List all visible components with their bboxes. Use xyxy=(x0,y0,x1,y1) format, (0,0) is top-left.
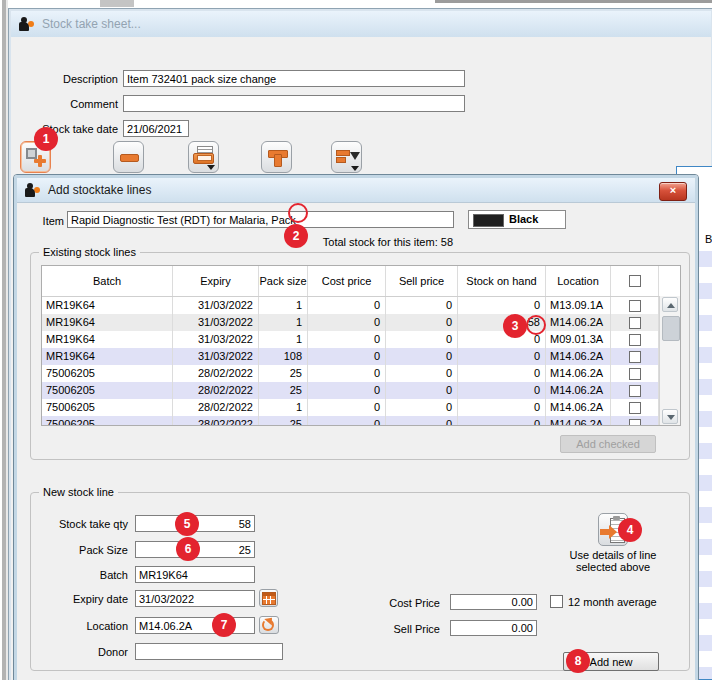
table-row[interactable]: MR19K64 31/03/2022 1 0 0 0 M13.09.1A xyxy=(42,297,659,314)
cell-pack-size: 25 xyxy=(259,382,308,399)
column-header-expiry[interactable]: Expiry xyxy=(173,266,259,296)
item-input[interactable] xyxy=(67,211,454,228)
table-row[interactable]: 75006205 28/02/2022 25 0 0 0 M14.06.2A xyxy=(42,416,659,425)
row-checkbox[interactable] xyxy=(629,385,641,397)
twelve-month-average-checkbox[interactable] xyxy=(550,595,563,608)
table-row[interactable]: 75006205 28/02/2022 25 0 0 0 M14.06.2A xyxy=(42,382,659,399)
dialog-title: Add stocktake lines xyxy=(48,183,151,197)
delete-icon xyxy=(120,154,139,162)
column-header-pack-size[interactable]: Pack size xyxy=(259,266,308,296)
cell-location: M14.06.2A xyxy=(546,382,611,399)
total-stock-text: Total stock for this item: 58 xyxy=(253,236,453,248)
cell-expiry: 28/02/2022 xyxy=(173,399,259,416)
comment-field[interactable] xyxy=(123,95,465,112)
row-checkbox[interactable] xyxy=(629,300,641,312)
cell-checkbox xyxy=(611,331,659,348)
cell-cost-price: 0 xyxy=(308,365,386,382)
expiry-date-field[interactable] xyxy=(135,590,255,607)
cost-price-field[interactable] xyxy=(450,594,537,610)
annotation-7: 7 xyxy=(212,613,236,637)
cell-expiry: 28/02/2022 xyxy=(173,416,259,425)
cell-location: M14.06.2A xyxy=(546,416,611,425)
cell-sell-price: 0 xyxy=(386,314,458,331)
cell-sell-price: 0 xyxy=(386,348,458,365)
table-header: Batch Expiry Pack size Cost price Sell p… xyxy=(42,266,680,297)
color-swatch xyxy=(473,214,504,227)
donor-label: Donor xyxy=(28,646,128,658)
table-row[interactable]: MR19K64 31/03/2022 1 0 0 0 M09.01.3A xyxy=(42,331,659,348)
window-title: Stock take sheet... xyxy=(42,17,141,31)
header-checkbox[interactable] xyxy=(629,275,641,287)
scroll-up-icon xyxy=(667,303,675,308)
cell-batch: MR19K64 xyxy=(42,348,173,365)
table-row[interactable]: 75006205 28/02/2022 1 0 0 0 M14.06.2A xyxy=(42,399,659,416)
color-selector[interactable]: Black xyxy=(468,210,566,229)
row-checkbox[interactable] xyxy=(629,368,641,380)
column-header-batch[interactable]: Batch xyxy=(42,266,173,296)
row-checkbox[interactable] xyxy=(629,419,641,426)
annotation-2: 2 xyxy=(284,224,308,248)
print-button[interactable] xyxy=(188,141,219,173)
column-header-sell-price[interactable]: Sell price xyxy=(386,266,458,296)
cell-sell-price: 0 xyxy=(386,416,458,425)
row-checkbox[interactable] xyxy=(629,351,641,363)
order-by-button[interactable] xyxy=(331,141,362,173)
cell-pack-size: 25 xyxy=(259,365,308,382)
add-checked-button[interactable]: Add checked xyxy=(560,435,656,453)
cell-batch: 75006205 xyxy=(42,416,173,425)
cell-checkbox xyxy=(611,399,659,416)
cell-cost-price: 0 xyxy=(308,348,386,365)
location-refresh-button[interactable] xyxy=(259,616,279,634)
stock-take-qty-label: Stock take qty xyxy=(28,518,128,530)
print-dropdown-icon xyxy=(207,165,215,170)
cell-checkbox xyxy=(611,314,659,331)
scroll-down-button[interactable] xyxy=(662,409,678,424)
cell-checkbox xyxy=(611,297,659,314)
create-inventory-adjustments-button[interactable] xyxy=(261,141,292,173)
cell-pack-size: 1 xyxy=(259,314,308,331)
new-stock-line-group: New stock line xyxy=(30,492,690,671)
table-row[interactable]: 75006205 28/02/2022 25 0 0 0 M14.06.2A xyxy=(42,365,659,382)
row-checkbox[interactable] xyxy=(629,334,641,346)
cell-sell-price: 0 xyxy=(386,331,458,348)
cell-location: M09.01.3A xyxy=(546,331,611,348)
row-checkbox[interactable] xyxy=(629,402,641,414)
donor-field[interactable] xyxy=(135,643,283,660)
stock-take-date-field[interactable] xyxy=(123,120,189,137)
row-checkbox[interactable] xyxy=(629,317,641,329)
cell-cost-price: 0 xyxy=(308,331,386,348)
description-field[interactable] xyxy=(123,70,465,87)
batch-field[interactable] xyxy=(135,566,255,583)
column-header-cost-price[interactable]: Cost price xyxy=(308,266,386,296)
stock-lines-body: MR19K64 31/03/2022 1 0 0 0 M13.09.1A MR1… xyxy=(42,297,659,425)
stock-take-date-label: Stock take date xyxy=(18,123,118,135)
cell-batch: MR19K64 xyxy=(42,314,173,331)
calendar-button[interactable] xyxy=(259,589,278,607)
table-row[interactable]: MR19K64 31/03/2022 108 0 0 0 M14.06.2A xyxy=(42,348,659,365)
dialog-titlebar[interactable]: Add stocktake lines × xyxy=(17,178,695,203)
location-field[interactable] xyxy=(135,617,255,634)
cell-checkbox xyxy=(611,348,659,365)
delete-lines-button[interactable] xyxy=(113,141,144,173)
annotation-3-ring xyxy=(526,315,546,335)
scroll-thumb[interactable] xyxy=(662,316,680,341)
scroll-up-button[interactable] xyxy=(662,297,678,312)
column-header-stock-on-hand[interactable]: Stock on hand xyxy=(458,266,546,296)
calendar-icon xyxy=(262,592,276,605)
annotation-3: 3 xyxy=(503,314,527,338)
cell-expiry: 28/02/2022 xyxy=(173,365,259,382)
table-row[interactable]: MR19K64 31/03/2022 1 0 0 58 M14.06.2A xyxy=(42,314,659,331)
annotation-4: 4 xyxy=(618,518,642,542)
new-stock-line-title: New stock line xyxy=(39,486,118,498)
add-stocktake-lines-dialog: Add stocktake lines × Item Black Total s… xyxy=(13,174,699,680)
cell-sell-price: 0 xyxy=(386,399,458,416)
window-titlebar[interactable]: Stock take sheet... xyxy=(11,11,711,38)
table-scrollbar[interactable] xyxy=(659,296,680,425)
desktop-artifact xyxy=(100,0,134,7)
annotation-8: 8 xyxy=(566,649,590,673)
column-header-location[interactable]: Location xyxy=(546,266,611,296)
dialog-icon xyxy=(25,183,42,197)
close-button[interactable]: × xyxy=(659,182,687,201)
cell-location: M14.06.2A xyxy=(546,314,611,331)
sell-price-field[interactable] xyxy=(450,620,537,636)
